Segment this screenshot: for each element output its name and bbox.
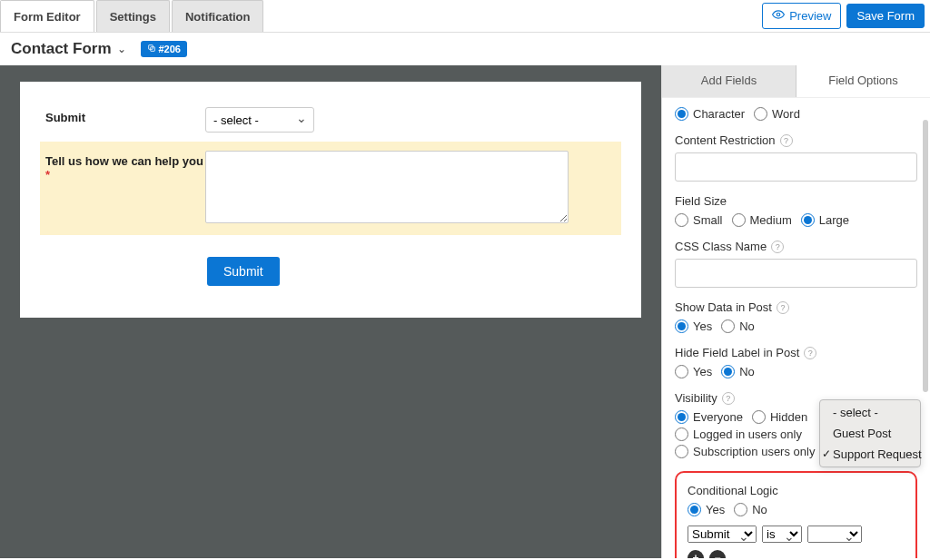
chevron-down-icon[interactable]: ⌄: [117, 43, 126, 55]
radio-cond-yes[interactable]: Yes: [688, 503, 725, 516]
help-textarea[interactable]: [205, 151, 569, 223]
tab-notification[interactable]: Notification: [172, 0, 264, 32]
conditional-logic-label: Conditional Logic: [688, 484, 905, 497]
radio-cond-no-label: No: [752, 503, 767, 516]
radio-medium-label: Medium: [750, 213, 792, 227]
form-id-badge[interactable]: #206: [141, 41, 187, 57]
radio-character[interactable]: Character: [675, 107, 745, 121]
help-icon[interactable]: ?: [780, 134, 793, 147]
opt-content-restriction: Content Restriction?: [675, 133, 917, 182]
help-icon[interactable]: ?: [804, 347, 816, 359]
title-bar: Contact Form ⌄ #206: [0, 33, 930, 65]
radio-showdata-no-label: No: [739, 319, 755, 333]
radio-word-label: Word: [772, 107, 800, 121]
cond-value-popup: - select - Guest Post Support Request: [819, 399, 921, 467]
radio-showdata-yes[interactable]: Yes: [675, 319, 712, 333]
top-tabs: Form Editor Settings Notification: [0, 0, 265, 32]
help-icon[interactable]: ?: [771, 241, 784, 253]
top-toolbar: Form Editor Settings Notification Previe…: [0, 0, 930, 33]
radio-loggedin[interactable]: Logged in users only: [675, 427, 802, 441]
right-tabs: Add Fields Field Options: [662, 65, 930, 98]
popup-option-select[interactable]: - select -: [820, 402, 920, 423]
opt-hide-label: Hide Field Label in Post? Yes No: [675, 346, 917, 378]
help-icon[interactable]: ?: [722, 392, 735, 405]
form-card: Submit - select - Tell us how we can hel…: [20, 82, 641, 318]
radio-character-label: Character: [693, 107, 745, 121]
radio-hidelabel-no[interactable]: No: [721, 365, 755, 378]
radio-word[interactable]: Word: [754, 107, 800, 121]
conditional-rule-row: Submit is: [688, 526, 905, 543]
content-restriction-label: Content Restriction: [675, 133, 776, 147]
opt-charword: Character Word: [675, 107, 917, 121]
tab-field-options[interactable]: Field Options: [796, 65, 930, 97]
show-data-label: Show Data in Post: [675, 300, 772, 314]
radio-hidden[interactable]: Hidden: [752, 410, 807, 424]
form-title: Contact Form: [11, 40, 112, 58]
form-submit-button[interactable]: Submit: [207, 257, 280, 286]
radio-cond-yes-label: Yes: [706, 503, 725, 516]
tab-settings[interactable]: Settings: [96, 0, 170, 32]
help-icon[interactable]: ?: [777, 301, 789, 314]
radio-showdata-yes-label: Yes: [693, 319, 712, 333]
visibility-label: Visibility: [675, 391, 717, 405]
remove-rule-icon[interactable]: −: [709, 550, 726, 558]
radio-hidden-label: Hidden: [770, 410, 807, 424]
tab-add-fields[interactable]: Add Fields: [662, 65, 796, 97]
eye-icon: [772, 8, 785, 24]
opt-field-size: Field Size Small Medium Large: [675, 194, 917, 227]
conditional-logic-box: Conditional Logic Yes No Submit is + − S…: [675, 471, 917, 558]
form-canvas: Submit - select - Tell us how we can hel…: [0, 65, 661, 558]
radio-hidelabel-no-label: No: [739, 365, 755, 378]
field-help-text[interactable]: Tell us how we can help you *: [40, 142, 621, 235]
preview-label: Preview: [789, 9, 831, 23]
field-label-help: Tell us how we can help you *: [45, 151, 205, 182]
tab-form-editor[interactable]: Form Editor: [0, 0, 94, 32]
field-options-scroll[interactable]: Character Word Content Restriction? Fiel…: [662, 98, 930, 558]
right-panel: Add Fields Field Options Character Word …: [661, 65, 930, 558]
preview-button[interactable]: Preview: [762, 3, 841, 29]
submit-select[interactable]: - select -: [205, 107, 314, 133]
radio-hidelabel-yes-label: Yes: [693, 365, 712, 378]
popup-option-support-request[interactable]: Support Request: [820, 444, 920, 465]
radio-subscription[interactable]: Subscription users only: [675, 445, 815, 458]
badge-text: #206: [159, 44, 181, 54]
popup-option-guest-post[interactable]: Guest Post: [820, 423, 920, 444]
required-marker: *: [45, 168, 50, 182]
radio-medium[interactable]: Medium: [732, 213, 792, 227]
field-label-submit: Submit: [45, 107, 205, 124]
cond-operator-select[interactable]: is: [762, 526, 802, 543]
radio-loggedin-label: Logged in users only: [693, 427, 802, 441]
submit-row: Submit: [40, 235, 621, 286]
field-size-label: Field Size: [675, 194, 917, 208]
main-content: Submit - select - Tell us how we can hel…: [0, 65, 930, 558]
radio-subscription-label: Subscription users only: [693, 445, 815, 458]
cond-field-select[interactable]: Submit: [688, 526, 757, 543]
radio-small[interactable]: Small: [675, 213, 723, 227]
css-class-input[interactable]: [675, 259, 917, 288]
field-submit[interactable]: Submit - select -: [40, 98, 621, 142]
scrollbar[interactable]: [923, 120, 928, 392]
hide-label-label: Hide Field Label in Post: [675, 346, 799, 359]
radio-large-label: Large: [819, 213, 849, 227]
radio-hidelabel-yes[interactable]: Yes: [675, 365, 712, 378]
save-form-button[interactable]: Save Form: [846, 4, 925, 28]
copy-icon: [147, 44, 156, 54]
radio-showdata-no[interactable]: No: [721, 319, 755, 333]
opt-show-data: Show Data in Post? Yes No: [675, 300, 917, 333]
radio-large[interactable]: Large: [801, 213, 849, 227]
cond-value-select[interactable]: [807, 526, 862, 543]
svg-point-0: [777, 13, 780, 16]
css-class-label: CSS Class Name: [675, 240, 767, 253]
radio-everyone[interactable]: Everyone: [675, 410, 743, 424]
radio-cond-no[interactable]: No: [734, 503, 767, 516]
add-rule-icon[interactable]: +: [688, 550, 704, 558]
radio-everyone-label: Everyone: [693, 410, 743, 424]
content-restriction-input[interactable]: [675, 152, 917, 182]
opt-css-class: CSS Class Name?: [675, 240, 917, 288]
radio-small-label: Small: [693, 213, 723, 227]
